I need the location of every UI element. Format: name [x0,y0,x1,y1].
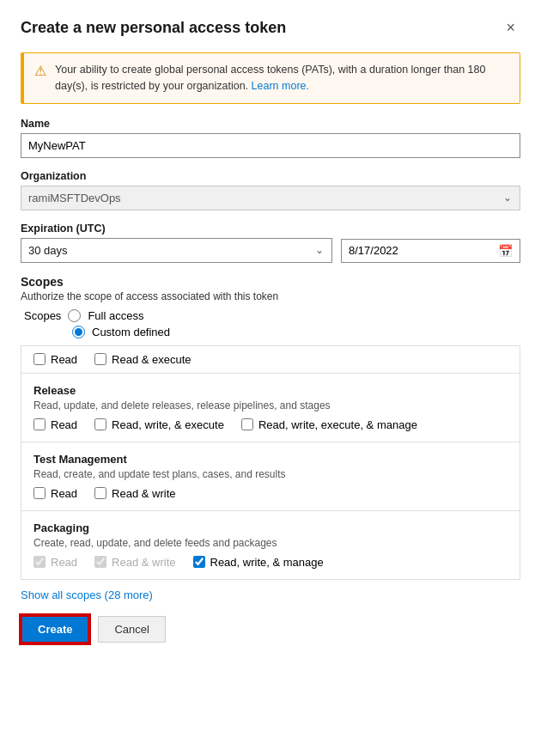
truncated-read-option[interactable]: Read [33,353,77,366]
truncated-options-row: Read Read & execute [33,353,508,366]
packaging-read-label: Read [51,556,77,569]
packaging-read-write-label: Read & write [112,556,175,569]
organization-select-wrapper: ramiMSFTDevOps ⌄ [21,186,520,210]
release-read-write-execute-label: Read, write, & execute [112,418,224,431]
dialog-title: Create a new personal access token [21,19,286,37]
expiration-select-wrapper: 30 days ⌄ [21,238,332,263]
expiration-field-group: Expiration (UTC) 30 days ⌄ 📅 [21,223,520,263]
release-read-option[interactable]: Read [33,418,77,431]
show-all-scopes-row: Show all scopes (28 more) [21,588,520,601]
name-label: Name [21,118,520,130]
test-management-options: Read Read & write [33,487,508,500]
test-management-read-write-option[interactable]: Read & write [94,487,175,500]
release-read-write-execute-manage-option[interactable]: Read, write, execute, & manage [241,418,417,431]
full-access-label: Full access [88,309,143,322]
scopes-section: Scopes Authorize the scope of access ass… [21,275,520,338]
truncated-read-execute-label: Read & execute [112,353,191,366]
close-button[interactable]: × [501,17,520,39]
packaging-read-write-checkbox [94,556,106,568]
test-management-read-checkbox[interactable] [33,487,46,499]
dialog-header: Create a new personal access token × [21,17,520,39]
test-management-section: Test Management Read, create, and update… [21,442,520,511]
show-all-scopes-link[interactable]: Show all scopes (28 more) [21,588,153,601]
name-input[interactable] [21,133,520,158]
expiration-label: Expiration (UTC) [21,223,520,235]
release-description: Read, update, and delete releases, relea… [33,399,508,412]
full-access-radio-item[interactable]: Scopes Full access [24,309,520,322]
packaging-read-write-manage-label: Read, write, & manage [210,556,324,569]
warning-banner: ⚠ Your ability to create global personal… [21,52,520,104]
packaging-read-write-manage-checkbox[interactable] [193,556,205,568]
expiration-select[interactable]: 30 days [21,238,332,263]
date-input-wrapper: 📅 [341,239,520,263]
cancel-button[interactable]: Cancel [98,616,165,643]
packaging-description: Create, read, update, and delete feeds a… [33,537,508,549]
release-read-write-execute-manage-checkbox[interactable] [241,418,253,430]
release-title: Release [33,384,508,397]
scopes-description: Authorize the scope of access associated… [21,290,520,302]
date-input[interactable] [349,244,493,257]
dialog-footer: Create Cancel [21,615,520,643]
test-management-read-write-label: Read & write [112,487,175,500]
organization-select[interactable]: ramiMSFTDevOps [21,186,520,210]
packaging-read-write-manage-option[interactable]: Read, write, & manage [193,556,324,569]
test-management-description: Read, create, and update test plans, cas… [33,468,508,480]
show-all-count: (28 more) [105,588,153,601]
custom-defined-radio[interactable] [72,326,85,338]
release-read-write-execute-checkbox[interactable] [94,418,106,430]
test-management-read-label: Read [51,487,77,500]
packaging-read-write-option: Read & write [94,556,175,569]
scopes-scroll-container[interactable]: Read Read & execute Release Read, update… [21,345,520,580]
scopes-title: Scopes [21,275,520,289]
warning-learn-more-link[interactable]: Learn more. [252,80,309,92]
organization-label: Organization [21,170,520,182]
test-management-read-write-checkbox[interactable] [94,487,106,499]
show-all-text: Show all scopes [21,588,101,601]
truncated-read-execute-checkbox[interactable] [94,353,106,365]
packaging-read-checkbox [33,556,46,568]
dialog-container: Create a new personal access token × ⚠ Y… [0,0,541,756]
truncated-scope-row: Read Read & execute [21,346,520,374]
warning-text: Your ability to create global personal a… [55,62,509,94]
packaging-options: Read Read & write Read, write, & manage [33,556,508,569]
full-access-radio[interactable] [68,309,81,322]
release-section: Release Read, update, and delete release… [21,374,520,442]
truncated-read-execute-option[interactable]: Read & execute [94,353,191,366]
custom-defined-radio-item[interactable]: Custom defined [72,326,520,338]
release-read-write-execute-option[interactable]: Read, write, & execute [94,418,224,431]
truncated-read-checkbox[interactable] [33,353,46,365]
release-options: Read Read, write, & execute Read, write,… [33,418,508,431]
release-read-checkbox[interactable] [33,418,46,430]
expiration-row: 30 days ⌄ 📅 [21,238,520,263]
test-management-read-option[interactable]: Read [33,487,77,500]
create-button[interactable]: Create [21,615,89,643]
release-read-write-execute-manage-label: Read, write, execute, & manage [258,418,417,431]
packaging-section: Packaging Create, read, update, and dele… [21,511,520,579]
packaging-title: Packaging [33,521,508,534]
warning-icon: ⚠ [34,63,46,79]
calendar-icon[interactable]: 📅 [498,244,513,258]
scopes-inline-label: Scopes [24,309,61,322]
custom-defined-label: Custom defined [92,326,170,338]
release-read-label: Read [51,418,77,431]
packaging-read-option: Read [33,556,77,569]
truncated-read-label: Read [51,353,77,366]
name-field-group: Name [21,118,520,158]
scopes-radio-group: Scopes Full access Custom defined [24,309,520,338]
organization-field-group: Organization ramiMSFTDevOps ⌄ [21,170,520,210]
test-management-title: Test Management [33,453,508,466]
